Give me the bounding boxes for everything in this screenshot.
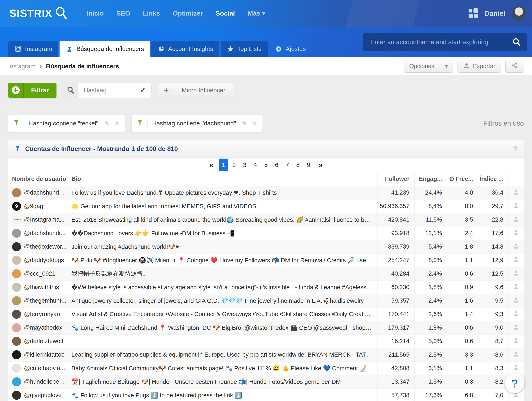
- account-action-cell[interactable]: [508, 294, 524, 307]
- account-action-cell[interactable]: [508, 200, 524, 213]
- nav-item-links[interactable]: Links: [143, 10, 160, 17]
- edit-pencil-icon[interactable]: ✎: [104, 119, 110, 127]
- username-cell[interactable]: @ccc_0921: [8, 267, 67, 280]
- filter-type-group: ✓: [63, 83, 152, 98]
- username-cell[interactable]: @dachshund_...: [8, 186, 67, 199]
- pagination-next[interactable]: »: [315, 159, 326, 171]
- search-icon[interactable]: [508, 34, 525, 50]
- username-cell[interactable]: @cute.baby.a...: [8, 362, 67, 375]
- pagination-page-3[interactable]: 3: [241, 159, 249, 171]
- account-action-cell[interactable]: [508, 213, 524, 226]
- breadcrumb-current: Búsqueda de influencers: [46, 63, 119, 70]
- account-avatar: [12, 364, 21, 373]
- account-avatar: [12, 242, 21, 251]
- edit-pencil-icon[interactable]: ✎: [242, 119, 247, 127]
- col-header-index[interactable]: Índice ...: [478, 172, 508, 186]
- frequency-cell: 0,6: [447, 321, 478, 334]
- pagination-page-8[interactable]: 8: [294, 159, 302, 171]
- account-action-cell[interactable]: [508, 362, 524, 375]
- person-icon: [513, 337, 519, 345]
- share-button[interactable]: [505, 60, 524, 73]
- options-label[interactable]: Opciones: [404, 60, 440, 72]
- sistrix-logo[interactable]: SISTRIX: [9, 6, 68, 20]
- filter-chips: Hashtag contiene "teckel"✎✕Hashtag conti…: [8, 115, 263, 132]
- pagination-page-5[interactable]: 5: [262, 159, 270, 171]
- bio-text: Est. 2018 Showcasting all kind of animal…: [71, 216, 373, 223]
- pagination-page-4[interactable]: 4: [251, 159, 260, 171]
- username-label: @hundeliebeo...: [24, 378, 67, 385]
- pagination-page-9[interactable]: 9: [304, 159, 313, 171]
- account-action-cell[interactable]: [508, 321, 524, 334]
- add-micro-influencer-button[interactable]: + Micro Influencer: [158, 83, 233, 98]
- username-cell[interactable]: @givepuglove: [8, 388, 67, 401]
- panel-help-icon[interactable]: ?: [513, 145, 518, 153]
- username-cell[interactable]: @thedoxiewor...: [8, 240, 67, 253]
- user-name[interactable]: Daniel: [485, 9, 505, 17]
- tab-top-lists[interactable]: Top Lists: [221, 41, 268, 57]
- col-header-follower[interactable]: Follower: [377, 172, 414, 186]
- username-cell[interactable]: @thiswiththis: [8, 281, 67, 294]
- account-action-cell[interactable]: [508, 348, 524, 361]
- nav-item-social[interactable]: Social: [216, 10, 235, 17]
- username-cell[interactable]: @dachshundr...: [8, 226, 67, 240]
- account-avatar: [12, 310, 21, 319]
- nav-item-ma-s[interactable]: Más▾: [247, 10, 265, 17]
- engagement-cell: 3,1%: [414, 362, 447, 375]
- username-cell[interactable]: 9@9gag: [8, 200, 67, 213]
- account-action-cell[interactable]: [508, 253, 524, 267]
- help-fab-button[interactable]: ?: [505, 374, 525, 393]
- close-icon[interactable]: ✕: [114, 120, 120, 127]
- username-cell[interactable]: @terryrunyan: [8, 307, 67, 321]
- username-cell[interactable]: @killerinktattoo: [8, 348, 67, 361]
- index-cell: 29,7: [478, 200, 508, 213]
- username-cell[interactable]: @derletztewolf: [8, 334, 67, 348]
- account-action-cell[interactable]: [508, 267, 524, 280]
- pagination-page-2[interactable]: 2: [230, 159, 238, 171]
- username-cell[interactable]: @thegemhunt...: [8, 294, 67, 307]
- filter-button[interactable]: Filtrar: [8, 83, 57, 98]
- index-cell: 9,3: [478, 307, 508, 321]
- tab-bu-squeda-de-influencers[interactable]: Búsqueda de influencers: [60, 41, 150, 57]
- options-button[interactable]: Opciones ▼: [404, 60, 453, 73]
- apps-grid-icon[interactable]: +: [469, 8, 478, 18]
- nav-item-inicio[interactable]: Inicio: [87, 10, 104, 17]
- user-avatar[interactable]: [512, 6, 526, 21]
- check-icon[interactable]: ✓: [140, 83, 151, 98]
- col-header-engagement[interactable]: Engag...: [414, 172, 447, 186]
- close-icon[interactable]: ✕: [252, 120, 257, 127]
- account-action-cell[interactable]: [508, 226, 524, 240]
- col-header-username[interactable]: Nombre de usuario: [8, 172, 67, 186]
- pagination-page-6[interactable]: 6: [272, 159, 281, 171]
- tab-instagram[interactable]: Instagram: [8, 41, 58, 57]
- account-action-cell[interactable]: [508, 240, 524, 253]
- options-dropdown[interactable]: ▼: [440, 60, 453, 72]
- col-header-bio[interactable]: Bio: [67, 172, 377, 186]
- bio-text: �We believe style is accessible at any a…: [71, 284, 373, 291]
- username-cell[interactable]: @daddyofdogs: [8, 253, 67, 267]
- sistrix-app: SISTRIX InicioSEOLinksOptimizerSocialMás…: [0, 0, 532, 401]
- nav-item-seo[interactable]: SEO: [116, 10, 130, 17]
- account-action-cell[interactable]: [508, 307, 524, 321]
- account-search-input[interactable]: [370, 38, 508, 46]
- nav-item-label: Social: [216, 10, 235, 17]
- pagination-page-1[interactable]: 1: [219, 159, 228, 171]
- pagination-prev[interactable]: «: [206, 159, 217, 171]
- nav-item-optimizer[interactable]: Optimizer: [173, 10, 203, 17]
- filter-search-icon[interactable]: [63, 83, 78, 98]
- account-action-cell[interactable]: [508, 186, 524, 199]
- tab-ajustes[interactable]: Ajustes: [269, 41, 312, 57]
- pagination-page-7[interactable]: 7: [283, 159, 291, 171]
- username-cell[interactable]: ANIMALS@Instagrama...: [8, 213, 67, 226]
- account-action-cell[interactable]: [508, 334, 524, 348]
- account-avatar: [12, 256, 21, 265]
- tab-account-insights[interactable]: Account Insights: [152, 41, 219, 57]
- export-button[interactable]: Exportar: [457, 60, 501, 73]
- col-header-frequency[interactable]: Ø Frec...: [447, 172, 478, 186]
- filter-type-input[interactable]: [78, 83, 140, 98]
- breadcrumb-parent[interactable]: Instagram: [8, 63, 35, 70]
- username-cell[interactable]: @hundeliebeo...: [8, 375, 67, 388]
- account-action-cell[interactable]: [508, 281, 524, 294]
- bio-text: Leading supplier of tattoo supplies & eq…: [71, 351, 373, 358]
- bio-cell: Visual Artist & Creative Encourager •Web…: [67, 307, 377, 321]
- username-cell[interactable]: @mayathedox: [8, 321, 67, 334]
